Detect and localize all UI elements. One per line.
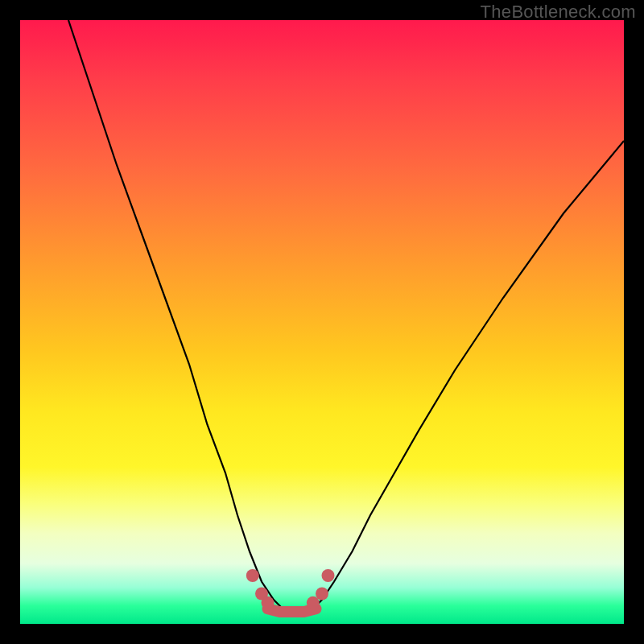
curve-path [68,20,624,612]
plot-area [20,20,624,624]
svg-point-4 [316,588,328,601]
chart-frame: TheBottleneck.com [0,0,644,644]
svg-point-5 [322,569,335,582]
svg-point-0 [246,569,259,582]
watermark-text: TheBottleneck.com [481,2,636,23]
bottleneck-curve [68,20,624,612]
svg-point-2 [262,597,275,609]
chart-svg [20,20,624,624]
highlight-trough [268,609,316,612]
